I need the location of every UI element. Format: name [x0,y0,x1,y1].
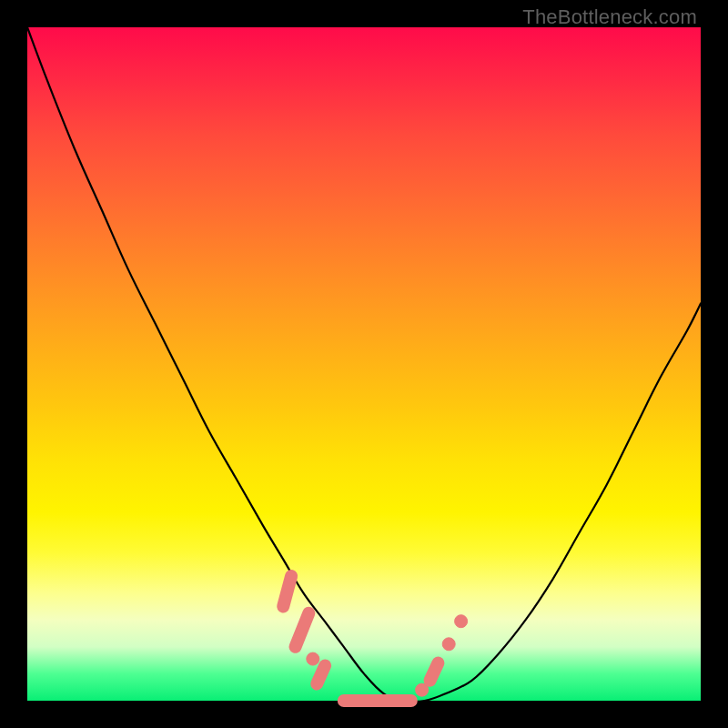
marker-dot [442,638,455,651]
marker-capsule [296,613,309,647]
watermark-text: TheBottleneck.com [522,5,697,29]
marker-dot [455,615,468,628]
chart-frame: TheBottleneck.com [0,0,728,728]
bottleneck-curve [27,27,701,702]
bottleneck-curve-svg [27,27,701,701]
optimal-range-markers [283,576,467,701]
marker-capsule [283,576,291,606]
marker-capsule [317,666,325,684]
marker-dot [307,652,319,665]
plot-area [27,27,701,701]
marker-capsule [430,663,439,681]
